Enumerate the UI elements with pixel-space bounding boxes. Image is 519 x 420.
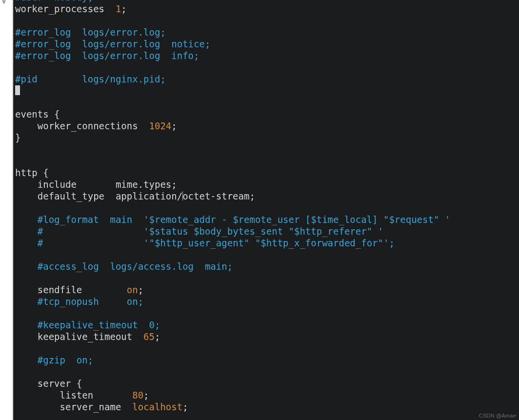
code-segment: #tcp_nopush on; [38,296,143,307]
code-segment: include mime.types; [15,179,177,190]
code-segment [15,296,38,307]
code-segment: #log_format main '$remote_addr - $remote… [38,214,450,225]
code-line[interactable]: include mime.types; [15,179,517,190]
code-line[interactable]: #error_log logs/error.log notice; [15,38,517,50]
code-line[interactable] [15,307,517,319]
code-line[interactable]: #error_log logs/error.log info; [15,50,517,61]
code-segment: 1024 [149,120,172,131]
code-line[interactable] [15,61,517,73]
code-segment: ; [138,284,143,295]
code-segment: #pid logs/nginx.pid; [15,74,166,84]
caret-icon [15,85,20,95]
code-segment: octet-stream; [182,191,255,201]
code-line[interactable] [15,272,517,284]
code-segment: ; [171,120,177,131]
code-segment: http { [15,167,49,178]
gutter: ▾ [0,0,13,420]
code-segment: events { [15,109,60,120]
code-segment: #keepalive_timeout 0; [38,320,160,330]
code-segment: ; [155,331,160,342]
code-line[interactable]: #keepalive_timeout 0; [15,319,517,331]
editor-frame: ▾ #user nobody;worker_processes 1;#error… [0,0,519,420]
code-line[interactable]: sendfile on; [15,284,517,296]
code-line[interactable]: #access_log logs/access.log main; [15,260,517,272]
code-segment: 80 [132,390,143,400]
code-line[interactable]: worker_connections 1024; [15,120,517,132]
code-line[interactable]: #log_format main '$remote_addr - $remote… [15,214,517,225]
code-line[interactable] [15,342,517,354]
code-line[interactable] [15,15,517,26]
code-segment: keepalive_timeout [15,331,143,342]
fold-marker-icon[interactable]: ▾ [2,0,10,6]
code-segment: #error_log logs/error.log; [15,27,166,38]
code-line[interactable]: listen 80; [15,389,517,401]
code-segment [15,238,38,248]
code-segment: #gzip on; [38,355,93,365]
code-segment: ; [182,401,188,412]
code-segment: sendfile [15,284,127,295]
code-segment: ; [121,3,126,14]
code-line[interactable]: http { [15,167,517,179]
code-segment: server { [15,378,82,389]
code-line[interactable]: # '"$http_user_agent" "$http_x_forwarded… [15,237,517,249]
code-line[interactable]: #tcp_nopush on; [15,296,517,307]
code-segment: #error_log logs/error.log notice; [15,39,210,49]
code-line[interactable]: events { [15,108,517,120]
code-line[interactable]: keepalive_timeout 65; [15,331,517,342]
watermark-text: CSDN @Amae [479,413,516,419]
code-line[interactable] [15,85,517,97]
code-line[interactable]: } [15,132,517,143]
code-line[interactable]: default_type application/octet-stream; [15,190,517,202]
code-segment: # '$status $body_bytes_sent "$http_refer… [38,226,383,237]
code-segment: ; [143,390,149,400]
code-segment: # '"$http_user_agent" "$http_x_forwarded… [38,238,395,248]
code-line[interactable] [15,202,517,214]
code-segment: #access_log logs/access.log main; [38,261,233,272]
code-segment: listen [15,390,132,400]
code-segment: server_name [15,401,132,412]
code-line[interactable]: # '$status $body_bytes_sent "$http_refer… [15,225,517,237]
code-segment [15,226,38,237]
code-segment: localhost [132,401,182,412]
code-line[interactable]: #gzip on; [15,354,517,366]
code-line[interactable]: #error_log logs/error.log; [15,26,517,38]
code-line[interactable] [15,143,517,155]
code-segment: 1 [116,3,121,14]
code-segment: default_type application/ [15,191,182,201]
code-editor[interactable]: #user nobody;worker_processes 1;#error_l… [13,0,519,420]
code-line[interactable]: server { [15,378,517,389]
code-line[interactable]: worker_processes 1; [15,3,517,15]
code-segment [15,261,38,272]
code-segment [15,355,38,365]
code-line[interactable] [15,155,517,167]
code-line[interactable]: #pid logs/nginx.pid; [15,73,517,85]
code-segment: worker_processes [15,3,116,14]
code-line[interactable] [15,97,517,108]
code-segment: worker_connections [15,120,149,131]
code-segment [15,320,38,330]
code-segment: #error_log logs/error.log info; [15,50,200,61]
code-segment: } [15,132,20,143]
code-segment: 65 [143,331,155,342]
code-segment: #user nobody; [15,0,93,2]
code-line[interactable]: server_name localhost; [15,401,517,413]
code-segment: on [127,284,138,295]
code-line[interactable] [15,366,517,378]
code-line[interactable] [15,249,517,260]
code-segment [15,214,38,225]
